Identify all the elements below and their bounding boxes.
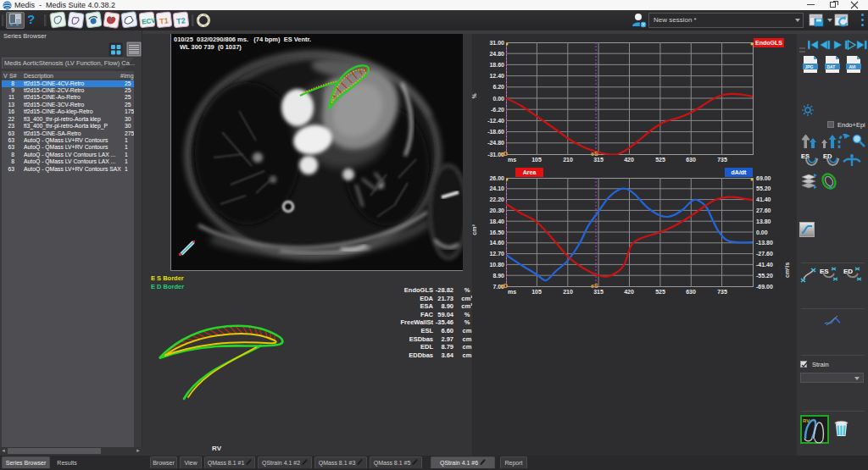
svg-text:WL 300 739 (0 1037): WL 300 739 (0 1037)	[180, 43, 242, 51]
svg-text:AVI: AVI	[849, 64, 857, 69]
svg-text:JPG: JPG	[805, 64, 814, 69]
svg-text:010/25 032/0290/806 ms. (74: 010/25 032/0290/806 ms. (74 bpm) ES Vent…	[174, 36, 311, 43]
svg-text:DAT: DAT	[827, 64, 836, 69]
svg-text:T1: T1	[159, 16, 170, 25]
svg-text:ECV: ECV	[142, 17, 157, 26]
svg-text:T2: T2	[176, 16, 186, 25]
